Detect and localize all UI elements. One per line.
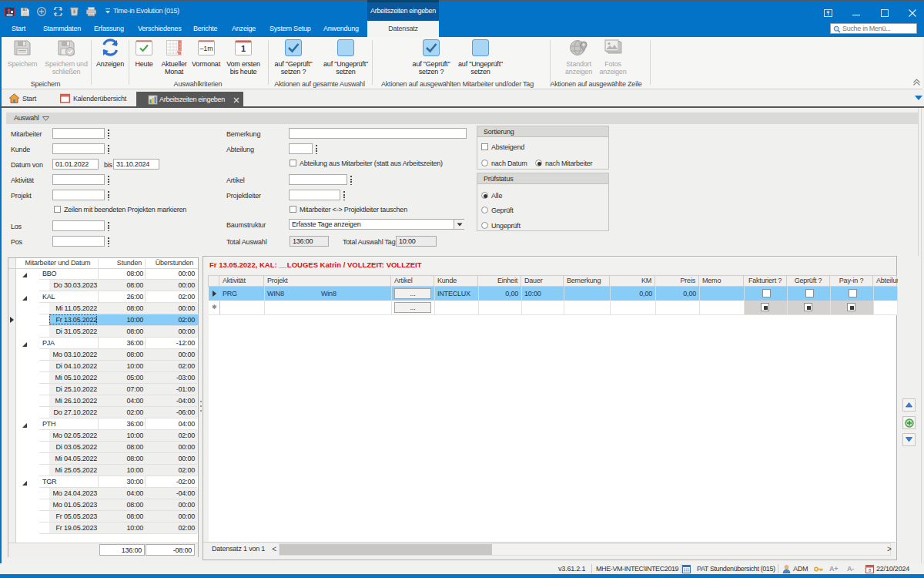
svg-text:–1m: –1m xyxy=(199,45,213,52)
svg-text:1: 1 xyxy=(241,44,246,53)
